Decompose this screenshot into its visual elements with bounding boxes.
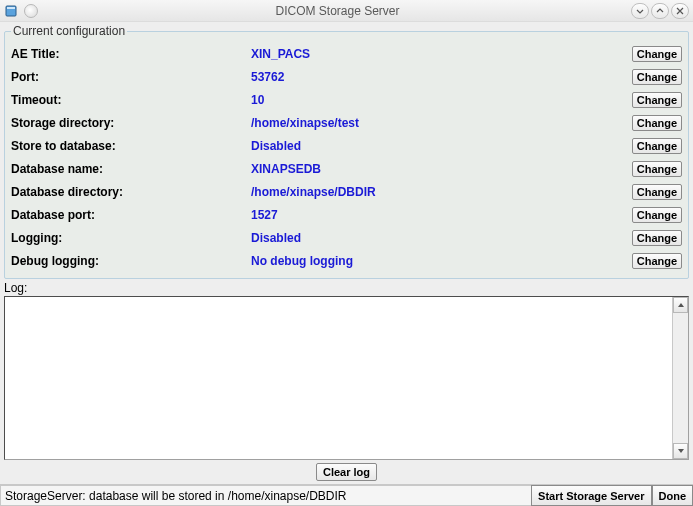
svg-rect-1: [7, 7, 15, 9]
config-row: Port:53762Change: [11, 65, 682, 88]
title-bar: DICOM Storage Server: [0, 0, 693, 22]
config-row: Debug logging:No debug loggingChange: [11, 249, 682, 272]
change-button[interactable]: Change: [632, 69, 682, 85]
change-button[interactable]: Change: [632, 207, 682, 223]
close-button[interactable]: [671, 3, 689, 19]
scroll-track[interactable]: [673, 313, 688, 443]
config-label: Storage directory:: [11, 116, 251, 130]
window-title: DICOM Storage Server: [44, 4, 631, 18]
log-section: Log: Clear log: [0, 279, 693, 484]
config-row: Timeout:10Change: [11, 88, 682, 111]
log-scrollbar[interactable]: [672, 297, 688, 459]
window-controls: [631, 3, 689, 19]
content-area: Current configuration AE Title:XIN_PACSC…: [0, 22, 693, 279]
config-label: Debug logging:: [11, 254, 251, 268]
config-row: Database directory:/home/xinapse/DBDIRCh…: [11, 180, 682, 203]
change-button[interactable]: Change: [632, 184, 682, 200]
log-textarea[interactable]: [5, 297, 672, 459]
config-row: Database name:XINAPSEDBChange: [11, 157, 682, 180]
config-value: /home/xinapse/DBDIR: [251, 185, 632, 199]
config-value: Disabled: [251, 139, 632, 153]
change-button[interactable]: Change: [632, 253, 682, 269]
scroll-down-button[interactable]: [673, 443, 688, 459]
config-row: Store to database:DisabledChange: [11, 134, 682, 157]
config-label: Database port:: [11, 208, 251, 222]
throbber-icon: [24, 4, 38, 18]
start-storage-server-button[interactable]: Start Storage Server: [531, 485, 651, 506]
config-label: Port:: [11, 70, 251, 84]
change-button[interactable]: Change: [632, 92, 682, 108]
minimize-button[interactable]: [631, 3, 649, 19]
config-value: XIN_PACS: [251, 47, 632, 61]
clear-log-button[interactable]: Clear log: [316, 463, 377, 481]
config-value: 10: [251, 93, 632, 107]
log-label: Log:: [4, 281, 689, 295]
change-button[interactable]: Change: [632, 230, 682, 246]
config-label: Store to database:: [11, 139, 251, 153]
config-row: Database port:1527Change: [11, 203, 682, 226]
config-label: Database directory:: [11, 185, 251, 199]
config-value: /home/xinapse/test: [251, 116, 632, 130]
config-label: AE Title:: [11, 47, 251, 61]
config-label: Database name:: [11, 162, 251, 176]
status-bar: StorageServer: database will be stored i…: [0, 484, 693, 506]
config-label: Timeout:: [11, 93, 251, 107]
change-button[interactable]: Change: [632, 115, 682, 131]
done-button[interactable]: Done: [652, 485, 694, 506]
maximize-button[interactable]: [651, 3, 669, 19]
config-value: 53762: [251, 70, 632, 84]
config-value: XINAPSEDB: [251, 162, 632, 176]
change-button[interactable]: Change: [632, 138, 682, 154]
config-row: Storage directory:/home/xinapse/testChan…: [11, 111, 682, 134]
config-row: AE Title:XIN_PACSChange: [11, 42, 682, 65]
current-configuration-group: Current configuration AE Title:XIN_PACSC…: [4, 24, 689, 279]
clear-log-row: Clear log: [4, 460, 689, 484]
status-message: StorageServer: database will be stored i…: [0, 485, 531, 506]
config-value: 1527: [251, 208, 632, 222]
change-button[interactable]: Change: [632, 46, 682, 62]
log-box-frame: [4, 296, 689, 460]
scroll-up-button[interactable]: [673, 297, 688, 313]
config-row: Logging:DisabledChange: [11, 226, 682, 249]
config-label: Logging:: [11, 231, 251, 245]
config-value: No debug logging: [251, 254, 632, 268]
app-icon: [4, 3, 20, 19]
change-button[interactable]: Change: [632, 161, 682, 177]
config-value: Disabled: [251, 231, 632, 245]
config-legend: Current configuration: [11, 24, 127, 38]
